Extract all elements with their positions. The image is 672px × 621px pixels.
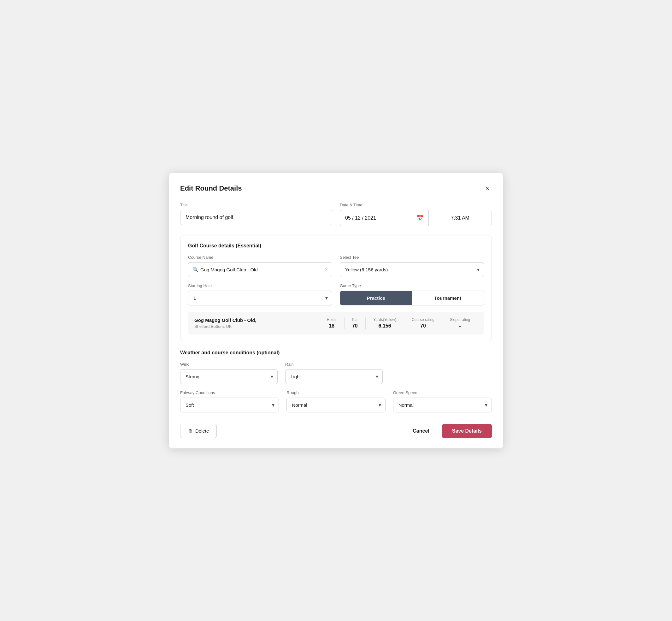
trash-icon: 🗑 (188, 428, 193, 433)
delete-label: Delete (195, 428, 209, 433)
select-tee-dropdown[interactable]: Yellow (6,156 yards) (340, 262, 484, 277)
select-tee-wrap: Yellow (6,156 yards) ▾ (340, 262, 484, 277)
course-rating-value: 70 (420, 323, 426, 329)
yards-label: Yards(Yellow) (373, 318, 396, 322)
stat-yards: Yards(Yellow) 6,156 (365, 318, 404, 329)
modal-footer: 🗑 Delete Cancel Save Details (180, 421, 492, 438)
rough-dropdown[interactable]: Short Normal Long (287, 398, 385, 412)
green-speed-label: Green Speed (393, 390, 492, 395)
title-field-group: Title (180, 203, 332, 226)
wind-group: Wind Calm Light Moderate Strong Very Str… (180, 362, 278, 384)
course-tee-row: Course Name 🔍 × Select Tee Yellow (6,156… (188, 255, 484, 277)
course-name-group: Course Name 🔍 × (188, 255, 332, 277)
game-type-group: Game Type Practice Tournament (340, 283, 484, 305)
stat-par: Par 70 (344, 318, 366, 329)
course-info-name: Gog Magog Golf Club - Old, Shelford Bott… (194, 318, 319, 329)
course-stats: Holes 18 Par 70 Yards(Yellow) 6,156 Cour… (319, 318, 478, 329)
rain-label: Rain (285, 362, 383, 367)
weather-row-2: Fairway Conditions Soft Normal Hard ▾ Ro… (180, 390, 492, 412)
yards-value: 6,156 (379, 323, 391, 329)
rough-group: Rough Short Normal Long ▾ (287, 390, 385, 412)
delete-button[interactable]: 🗑 Delete (180, 424, 217, 438)
top-row: Title Date & Time 05 / 12 / 2021 📅 7:31 … (180, 203, 492, 226)
save-button[interactable]: Save Details (442, 424, 492, 438)
fairway-dropdown[interactable]: Soft Normal Hard (180, 398, 279, 412)
rough-select-wrap: Short Normal Long ▾ (287, 398, 385, 412)
golf-course-section: Golf Course details (Essential) Course N… (180, 235, 492, 341)
wind-label: Wind (180, 362, 278, 367)
select-tee-group: Select Tee Yellow (6,156 yards) ▾ (340, 255, 484, 277)
cancel-button[interactable]: Cancel (406, 424, 435, 438)
golf-course-title: Golf Course details (Essential) (188, 243, 484, 249)
title-label: Title (180, 203, 332, 207)
weather-title: Weather and course conditions (optional) (180, 350, 492, 356)
course-name-wrap: 🔍 × (188, 262, 332, 277)
slope-rating-value: - (459, 323, 461, 329)
select-tee-label: Select Tee (340, 255, 484, 260)
edit-round-modal: Edit Round Details × Title Date & Time 0… (169, 173, 503, 448)
date-time-inputs: 05 / 12 / 2021 📅 7:31 AM (340, 210, 492, 226)
starting-hole-dropdown[interactable]: 1 10 (188, 291, 332, 305)
weather-row-1: Wind Calm Light Moderate Strong Very Str… (180, 362, 383, 384)
stat-course-rating: Course rating 70 (404, 318, 442, 329)
game-type-label: Game Type (340, 283, 484, 288)
stat-slope-rating: Slope rating - (442, 318, 478, 329)
modal-title: Edit Round Details (180, 184, 242, 193)
stat-holes: Holes 18 (319, 318, 344, 329)
date-time-group: Date & Time 05 / 12 / 2021 📅 7:31 AM (340, 203, 492, 226)
modal-header: Edit Round Details × (180, 183, 492, 194)
fairway-label: Fairway Conditions (180, 390, 279, 395)
time-value: 7:31 AM (451, 215, 469, 221)
holes-value: 18 (329, 323, 334, 329)
rain-group: Rain None Light Moderate Heavy ▾ (285, 362, 383, 384)
game-type-toggle: Practice Tournament (340, 291, 484, 305)
course-name-input[interactable] (188, 262, 332, 277)
fairway-select-wrap: Soft Normal Hard ▾ (180, 398, 279, 412)
course-rating-label: Course rating (412, 318, 434, 322)
course-location: Shelford Bottom, UK (194, 324, 319, 329)
time-field[interactable]: 7:31 AM (428, 210, 492, 226)
title-input[interactable] (180, 210, 332, 225)
course-info-card: Gog Magog Golf Club - Old, Shelford Bott… (188, 312, 484, 334)
green-speed-group: Green Speed Slow Normal Fast Very Fast ▾ (393, 390, 492, 412)
par-label: Par (352, 318, 358, 322)
wind-dropdown[interactable]: Calm Light Moderate Strong Very Strong (180, 369, 278, 384)
footer-right: Cancel Save Details (406, 424, 492, 438)
course-name-label: Course Name (188, 255, 332, 260)
calendar-icon: 📅 (416, 215, 423, 221)
practice-button[interactable]: Practice (340, 291, 412, 305)
clear-icon[interactable]: × (325, 266, 328, 272)
rough-label: Rough (287, 390, 385, 395)
fairway-group: Fairway Conditions Soft Normal Hard ▾ (180, 390, 279, 412)
par-value: 70 (352, 323, 358, 329)
course-name-bold: Gog Magog Golf Club - Old, (194, 318, 319, 323)
weather-section: Weather and course conditions (optional)… (180, 350, 492, 412)
date-field[interactable]: 05 / 12 / 2021 📅 (340, 210, 428, 226)
slope-rating-label: Slope rating (450, 318, 470, 322)
date-time-label: Date & Time (340, 203, 492, 207)
close-button[interactable]: × (483, 183, 492, 194)
rain-dropdown[interactable]: None Light Moderate Heavy (285, 369, 383, 384)
starting-hole-group: Starting Hole 1 10 ▾ (188, 283, 332, 305)
rain-select-wrap: None Light Moderate Heavy ▾ (285, 369, 383, 384)
wind-select-wrap: Calm Light Moderate Strong Very Strong ▾ (180, 369, 278, 384)
green-speed-dropdown[interactable]: Slow Normal Fast Very Fast (393, 398, 492, 412)
tournament-button[interactable]: Tournament (412, 291, 484, 305)
holes-label: Holes (327, 318, 337, 322)
search-icon: 🔍 (193, 266, 199, 273)
green-speed-select-wrap: Slow Normal Fast Very Fast ▾ (393, 398, 492, 412)
starting-hole-label: Starting Hole (188, 283, 332, 288)
hole-gametype-row: Starting Hole 1 10 ▾ Game Type Practice … (188, 283, 484, 305)
date-value: 05 / 12 / 2021 (345, 215, 376, 221)
starting-hole-wrap: 1 10 ▾ (188, 291, 332, 305)
